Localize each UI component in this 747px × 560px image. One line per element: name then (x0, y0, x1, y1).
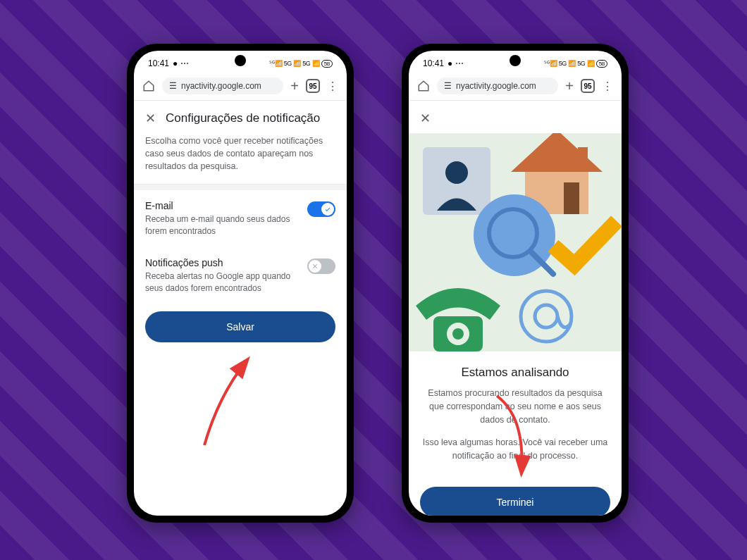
new-tab-icon[interactable]: + (290, 78, 299, 94)
analyzing-title: Estamos analisando (421, 366, 609, 380)
browser-toolbar: ☰ nyactivity.google.com + 95 ⋮ (134, 72, 347, 101)
site-settings-icon: ☰ (444, 81, 452, 91)
status-network: ⁵ᴳ📶 5G 📶 5G 📶 58 (544, 60, 607, 67)
close-icon[interactable]: ✕ (420, 111, 431, 126)
url-text: nyactivity.google.com (181, 81, 261, 91)
page-description: Escolha como você quer receber notificaç… (134, 133, 347, 185)
svg-point-12 (521, 291, 572, 342)
svg-point-13 (535, 305, 557, 328)
push-toggle[interactable] (307, 259, 335, 274)
tab-count[interactable]: 95 (581, 79, 595, 93)
phone-frame-1: 10:41 ● ⋯ ⁵ᴳ📶 5G 📶 5G 📶 58 ☰ nyactivity.… (127, 44, 354, 523)
tab-count[interactable]: 95 (306, 79, 320, 93)
phone-frame-2: 10:41 ● ⋯ ⁵ᴳ📶 5G 📶 5G 📶 58 ☰ nyactivity.… (402, 44, 629, 523)
setting-push: Notificações push Receba alertas no Goog… (134, 247, 347, 304)
site-settings-icon: ☰ (169, 81, 177, 91)
page-title: Configurações de notificação (166, 111, 320, 125)
done-button[interactable]: Terminei (420, 487, 610, 516)
push-title: Notificações push (145, 257, 299, 268)
telephone-icon (409, 278, 507, 351)
checkmark-icon (546, 214, 622, 278)
menu-icon[interactable]: ⋮ (602, 80, 613, 93)
status-time: 10:41 (148, 58, 169, 68)
status-network: ⁵ᴳ📶 5G 📶 5G 📶 58 (269, 60, 333, 67)
push-subtitle: Receba alertas no Google app quando seus… (145, 270, 299, 294)
email-toggle[interactable] (307, 201, 335, 217)
browser-toolbar: ☰ nyactivity.google.com + 95 ⋮ (409, 72, 622, 101)
camera-cutout (510, 55, 521, 66)
url-bar[interactable]: ☰ nyactivity.google.com (162, 77, 283, 94)
svg-marker-2 (511, 133, 603, 172)
url-bar[interactable]: ☰ nyactivity.google.com (437, 77, 558, 94)
section-divider (134, 185, 347, 190)
email-subtitle: Receba um e-mail quando seus dados forem… (145, 213, 299, 237)
status-dots: ● ⋯ (173, 58, 189, 68)
menu-icon[interactable]: ⋮ (327, 80, 338, 93)
status-dots: ● ⋯ (447, 58, 464, 68)
close-icon[interactable]: ✕ (145, 111, 156, 126)
analyzing-text-2: Isso leva algumas horas. Você vai recebe… (421, 436, 609, 463)
setting-email: E-mail Receba um e-mail quando seus dado… (134, 190, 347, 247)
analyzing-text-1: Estamos procurando resultados da pesquis… (421, 387, 609, 426)
illustration-banner (409, 133, 622, 351)
status-time: 10:41 (423, 58, 444, 68)
annotation-arrow-1 (197, 354, 282, 455)
email-title: E-mail (145, 200, 299, 211)
save-button[interactable]: Salvar (145, 311, 335, 342)
new-tab-icon[interactable]: + (565, 78, 574, 94)
svg-rect-5 (578, 147, 588, 168)
home-icon[interactable] (417, 80, 430, 92)
url-text: nyactivity.google.com (456, 81, 536, 91)
at-icon (514, 285, 578, 348)
svg-point-11 (452, 328, 464, 340)
svg-point-1 (445, 161, 468, 184)
camera-cutout (235, 55, 246, 66)
home-icon[interactable] (142, 80, 155, 92)
